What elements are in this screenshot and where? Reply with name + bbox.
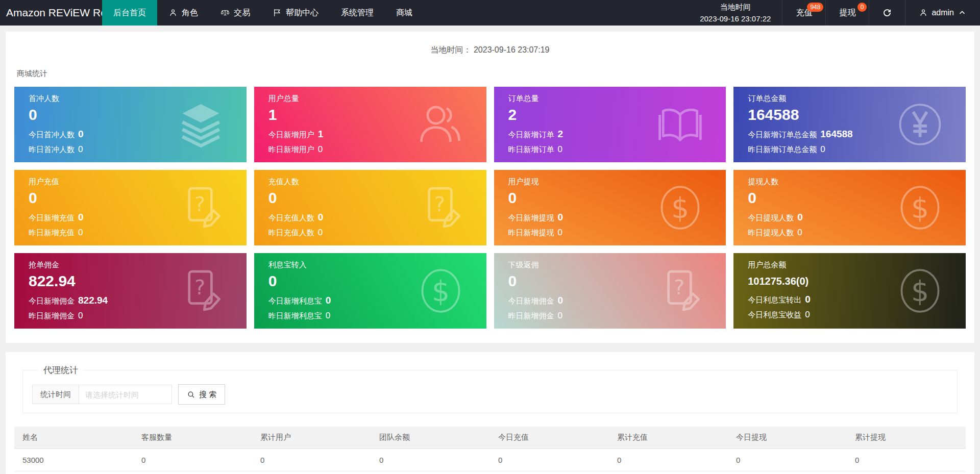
stat-cards-grid: 首冲人数0今日首冲人数0昨日首冲人数0用户总量1今日新增用户1昨日新增用户0订单… — [14, 87, 966, 329]
local-time-label: 当地时间 — [720, 1, 751, 13]
nav-item-system[interactable]: 系统管理 — [330, 0, 385, 26]
nav-item-trade[interactable]: 交易 — [209, 0, 261, 26]
stat-card-sub-rebate: 下级返佣0今日新增佣金0昨日新增佣金0? — [494, 253, 726, 329]
svg-text:?: ? — [434, 192, 445, 216]
card-yesterday-label: 昨日提现人数 — [748, 228, 794, 237]
withdraw-nav-item[interactable]: 提现 0 — [825, 0, 869, 26]
card-today-value: 0 — [78, 212, 84, 222]
svg-text:$: $ — [911, 192, 929, 224]
card-today-value: 0 — [326, 295, 331, 306]
card-yesterday-label: 昨日新增佣金 — [29, 311, 75, 320]
dollar-circle-icon: $ — [416, 267, 465, 315]
value-cell: 0 — [609, 471, 728, 474]
withdraw-label: 提现 — [839, 8, 855, 18]
time-filter-input[interactable] — [79, 385, 172, 404]
users-icon — [416, 101, 465, 149]
nav-item-role[interactable]: 角色 — [157, 0, 209, 26]
card-today-label: 今日新增充值 — [29, 213, 75, 222]
value-cell: 0 — [847, 449, 966, 471]
value-cell: 0 — [252, 471, 371, 474]
nav-item-home[interactable]: 后台首页 — [102, 0, 157, 26]
card-yesterday-label: 昨日新增订单 — [508, 145, 554, 154]
filter-row: 统计时间 搜 索 — [32, 384, 948, 405]
nav-item-label: 商城 — [396, 8, 412, 18]
value-cell: 0 — [609, 449, 728, 471]
card-today-label: 今日新增订单 — [508, 130, 554, 139]
card-today-label: 今日利息宝转出 — [748, 295, 801, 304]
card-yesterday-value: 0 — [805, 310, 810, 319]
value-cell: 0 — [133, 471, 252, 474]
refresh-button[interactable] — [869, 0, 905, 26]
navbar-right: 当地时间 2023-09-16 23:07:22 充值 948 提现 0 adm… — [689, 0, 980, 26]
value-cell: 0 — [490, 471, 609, 474]
yen-circle-icon — [896, 101, 944, 149]
stat-card-total-user-balance: 用户总余额101275.36(0)今日利息宝转出0今日利息宝收益0$ — [733, 253, 966, 329]
card-yesterday-label: 昨日新增充值 — [29, 228, 75, 237]
card-yesterday-value: 0 — [558, 228, 562, 237]
card-yesterday-label: 昨日新增用户 — [268, 145, 314, 154]
card-yesterday-value: 0 — [558, 311, 562, 320]
agent-name-cell: dada530 — [14, 471, 133, 474]
card-yesterday-label: 昨日首冲人数 — [29, 145, 75, 154]
withdraw-badge: 0 — [857, 3, 867, 12]
fieldset-legend: 代理统计 — [38, 364, 83, 376]
person-icon — [168, 8, 178, 17]
stat-card-first-charge-users: 首冲人数0今日首冲人数0昨日首冲人数0 — [14, 87, 247, 162]
card-today-label: 今日首冲人数 — [29, 130, 75, 139]
card-today-value: 0 — [558, 212, 564, 222]
nav-item-label: 后台首页 — [113, 8, 146, 18]
mall-stats-panel: 当地时间： 2023-09-16 23:07:19 商城统计 首冲人数0今日首冲… — [6, 32, 974, 343]
svg-text:$: $ — [911, 275, 929, 308]
value-cell: 0 — [728, 471, 847, 474]
card-today-label: 今日新增佣金 — [29, 296, 75, 305]
stat-card-order-commission: 抢单佣金822.94今日新增佣金822.94昨日新增佣金0? — [14, 253, 247, 329]
nav-item-label: 角色 — [182, 8, 198, 18]
card-yesterday-value: 0 — [797, 228, 802, 237]
nav-item-label: 交易 — [234, 8, 250, 18]
table-row: dada5300000000 — [14, 471, 966, 474]
nav-item-label: 系统管理 — [341, 8, 374, 18]
card-today-value: 0 — [318, 212, 324, 222]
stat-card-user-recharge: 用户充值0今日新增充值0昨日新增充值0? — [14, 170, 247, 245]
stat-card-total-order-amount: 订单总金额164588今日新增订单总金额164588昨日新增订单总金额0 — [733, 87, 966, 162]
card-yesterday-value: 0 — [326, 311, 330, 320]
card-today-label: 今日新增佣金 — [508, 296, 554, 305]
svg-text:?: ? — [194, 192, 205, 216]
svg-text:?: ? — [194, 276, 205, 299]
scales-icon — [220, 8, 230, 17]
recharge-badge: 948 — [807, 3, 823, 12]
table-row: 530000000000 — [14, 449, 966, 471]
nav-item-help[interactable]: 帮助中心 — [261, 0, 330, 26]
doc-question-icon: ? — [177, 267, 225, 315]
main-menu: 后台首页角色交易帮助中心系统管理商城 — [102, 0, 424, 26]
column-header: 累计提现 — [847, 427, 966, 449]
search-button[interactable]: 搜 索 — [178, 384, 225, 405]
doc-question-icon: ? — [416, 184, 465, 232]
dollar-circle-icon: $ — [656, 184, 704, 232]
time-filter-label: 统计时间 — [32, 385, 79, 404]
agent-stats-table: 姓名客服数量累计用户团队余额今日充值累计充值今日提现累计提现 530000000… — [14, 427, 966, 474]
column-header: 今日充值 — [490, 427, 609, 449]
user-menu[interactable]: admin — [905, 0, 980, 26]
card-today-value: 0 — [78, 129, 84, 139]
value-cell: 0 — [252, 449, 371, 471]
card-today-label: 今日新增利息宝 — [268, 296, 322, 305]
refresh-icon — [883, 8, 892, 17]
search-button-label: 搜 索 — [199, 390, 216, 400]
card-today-label: 今日新增提现 — [508, 213, 554, 222]
username: admin — [932, 8, 954, 17]
card-today-value: 0 — [558, 295, 564, 306]
column-header: 姓名 — [14, 427, 133, 449]
stat-card-total-users: 用户总量1今日新增用户1昨日新增用户0 — [254, 87, 486, 162]
recharge-nav-item[interactable]: 充值 948 — [782, 0, 825, 26]
card-yesterday-value: 0 — [78, 228, 83, 237]
stat-card-interest-transfer-in: 利息宝转入0今日新增利息宝0昨日新增利息宝0$ — [254, 253, 486, 329]
svg-text:$: $ — [431, 275, 449, 308]
card-yesterday-label: 今日利息宝收益 — [748, 310, 801, 319]
doc-question-icon: ? — [177, 184, 225, 232]
stat-card-total-orders: 订单总量2今日新增订单2昨日新增订单0 — [494, 87, 726, 162]
card-today-value: 1 — [318, 129, 324, 139]
nav-item-mall[interactable]: 商城 — [385, 0, 424, 26]
card-yesterday-value: 0 — [820, 144, 825, 154]
card-yesterday-value: 0 — [558, 144, 562, 154]
